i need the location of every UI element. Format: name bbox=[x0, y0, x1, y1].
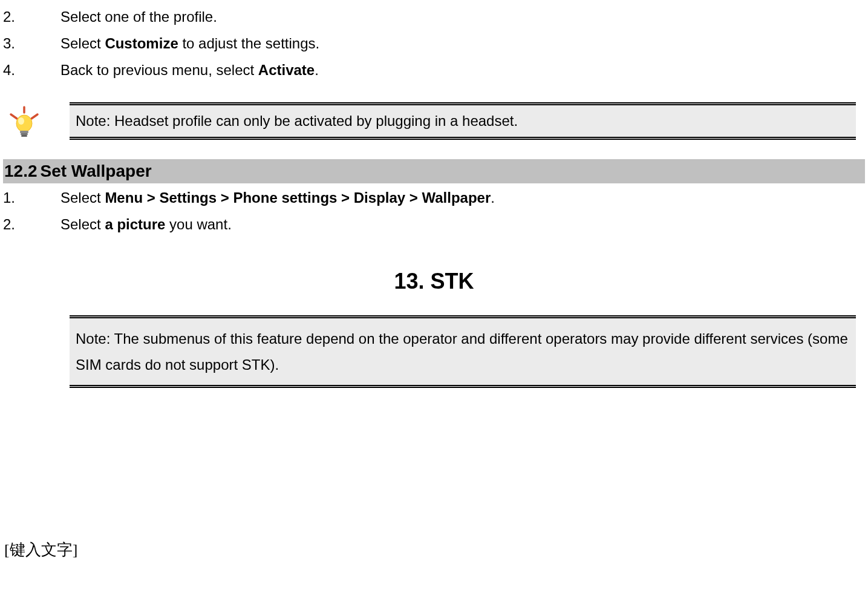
svg-rect-3 bbox=[21, 133, 28, 135]
note-container: Note: The submenus of this feature depen… bbox=[70, 315, 856, 388]
note-text: Note: Headset profile can only be activa… bbox=[70, 104, 856, 138]
svg-rect-2 bbox=[20, 131, 28, 133]
list-item: 2. Select a picture you want. bbox=[3, 214, 865, 235]
svg-rect-4 bbox=[21, 135, 27, 137]
section-number: 12.2 bbox=[4, 162, 38, 180]
list-text: Select Menu > Settings > Phone settings … bbox=[60, 187, 865, 209]
list-number: 1. bbox=[3, 187, 60, 209]
list-number: 2. bbox=[3, 214, 60, 235]
list-text: Back to previous menu, select Activate. bbox=[60, 59, 865, 81]
list-number: 4. bbox=[3, 59, 60, 81]
note-box: Note: Headset profile can only be activa… bbox=[70, 102, 856, 140]
list-item: 2. Select one of the profile. bbox=[3, 6, 865, 28]
list-number: 2. bbox=[3, 6, 60, 28]
list-item: 3. Select Customize to adjust the settin… bbox=[3, 33, 865, 54]
list-text: Select one of the profile. bbox=[60, 6, 865, 28]
list-item: 1. Select Menu > Settings > Phone settin… bbox=[3, 187, 865, 209]
section-title: Set Wallpaper bbox=[41, 162, 152, 180]
list-item: 4. Back to previous menu, select Activat… bbox=[3, 59, 865, 81]
lightbulb-icon bbox=[9, 105, 48, 141]
footer-text: [键入文字] bbox=[3, 539, 865, 560]
list-text: Select a picture you want. bbox=[60, 214, 865, 235]
section-header: 12.2Set Wallpaper bbox=[3, 159, 865, 183]
list-number: 3. bbox=[3, 33, 60, 54]
svg-point-1 bbox=[18, 117, 24, 125]
main-heading: 13. STK bbox=[3, 269, 865, 294]
svg-point-0 bbox=[16, 115, 32, 132]
note-container: Note: Headset profile can only be activa… bbox=[3, 102, 865, 141]
list-text: Select Customize to adjust the settings. bbox=[60, 33, 865, 54]
note-text: Note: The submenus of this feature depen… bbox=[70, 317, 856, 386]
